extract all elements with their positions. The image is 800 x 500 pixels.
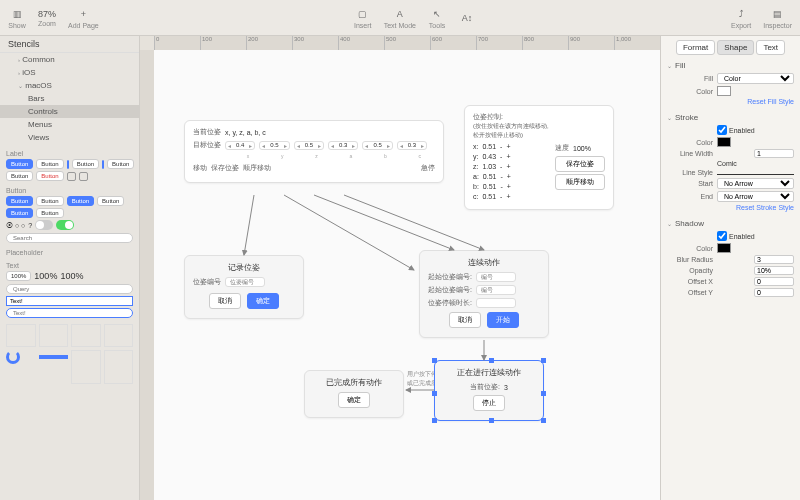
stepper-y[interactable]: ◂0.5▸ [259,141,289,150]
tools-button[interactable]: ↖ Tools [428,7,446,29]
text-icon: A [391,7,409,21]
tree-item-bars[interactable]: Bars [0,92,139,105]
tree-item-controls[interactable]: Controls [0,105,139,118]
seq-move-button[interactable]: 顺序移动 [243,163,271,173]
blur-input[interactable] [754,255,794,264]
cont-cancel-button[interactable]: 取消 [449,312,481,328]
cont-start-button[interactable]: 开始 [487,312,519,328]
palette-text-input[interactable] [6,296,133,306]
tab-text[interactable]: Text [756,40,785,55]
control-panel[interactable]: 位姿控制: (按住按钮在该方向连续移动, 松开按钮停止移动) x:0.51-+ … [464,105,614,210]
stroke-color-swatch[interactable] [717,137,731,147]
stepper-x[interactable]: ◂0.4▸ [225,141,255,150]
palette-query[interactable] [6,284,133,294]
stencils-header: Stencils [0,36,139,53]
reset-stroke-link[interactable]: Reset Stroke Style [667,204,794,211]
zoom-control[interactable]: 87% Zoom [38,9,56,27]
insert-button[interactable]: ▢ Insert [354,7,372,29]
offset-x-input[interactable] [754,277,794,286]
show-button[interactable]: ▥ Show [8,7,26,29]
running-stop-button[interactable]: 停止 [473,395,505,411]
insert-icon: ▢ [354,7,372,21]
inspector-icon: ▤ [769,7,787,21]
running-panel[interactable]: 正在进行连续动作 当前位姿:3 停止 [434,360,544,421]
pose-panel[interactable]: 当前位姿 x, y, z, a, b, c 目标位姿 ◂0.4▸ ◂0.5▸ ◂… [184,120,444,183]
stepper-a[interactable]: ◂0.3▸ [328,141,358,150]
done-panel[interactable]: 已完成所有动作 确定 [304,370,404,418]
tab-format[interactable]: Format [676,40,715,55]
text-style-button[interactable]: A↕ [458,11,476,25]
fill-color-swatch[interactable] [717,86,731,96]
offset-y-input[interactable] [754,288,794,297]
arrow-icon: ↖ [428,7,446,21]
font-icon: A↕ [458,11,476,25]
inspector-panel: Format Shape Text ⌄Fill FillColor Color … [660,36,800,500]
export-button[interactable]: ⤴ Export [731,7,751,29]
stroke-section: ⌄Stroke Enabled Color Line Width Comic L… [667,113,794,211]
tab-shape[interactable]: Shape [717,40,754,55]
tree-item-ios[interactable]: › iOS [0,66,139,79]
record-pose-panel[interactable]: 记录位姿 位姿编号 取消 确定 [184,255,304,319]
ruler-vertical [140,50,154,500]
stepper-b[interactable]: ◂0.5▸ [362,141,392,150]
tree-item-menus[interactable]: Menus [0,118,139,131]
palette-text-search[interactable] [6,308,133,318]
palette-checkbox[interactable] [102,160,104,169]
palette-checkbox[interactable] [67,160,69,169]
palette-button[interactable]: Button [6,159,33,169]
shadow-section: ⌄Shadow Enabled Color Blur Radius Opacit… [667,219,794,297]
export-icon: ⤴ [732,7,750,21]
shadow-color-swatch[interactable] [717,243,731,253]
palette-toggle[interactable] [56,220,74,230]
palette-toggle[interactable] [35,220,53,230]
fill-type-select[interactable]: Color [717,73,794,84]
toolbar: ▥ Show 87% Zoom + Add Page ▢ Insert A Te… [0,0,800,36]
tree-item-views[interactable]: Views [0,131,139,144]
palette: Label Button Button Button Button Button… [0,144,139,396]
shadow-enabled-check[interactable] [717,231,727,241]
opacity-input[interactable] [754,266,794,275]
arrow-start-select[interactable]: No Arrow [717,178,794,189]
inspector-button[interactable]: ▤ Inspector [763,7,792,29]
palette-button[interactable]: Button [36,159,63,169]
reset-fill-link[interactable]: Reset Fill Style [667,98,794,105]
line-width-input[interactable] [754,149,794,158]
record-confirm-button[interactable]: 确定 [247,293,279,309]
palette-search[interactable] [6,233,133,243]
stepper-z[interactable]: ◂0.5▸ [294,141,324,150]
record-cancel-button[interactable]: 取消 [209,293,241,309]
estop-button[interactable]: 急停 [421,163,435,173]
svg-line-2 [314,195,454,250]
save-pose-button[interactable]: 保存位姿 [211,163,239,173]
canvas[interactable]: 当前位姿 x, y, z, a, b, c 目标位姿 ◂0.4▸ ◂0.5▸ ◂… [154,50,660,500]
stroke-enabled-check[interactable] [717,125,727,135]
fill-section: ⌄Fill FillColor Color Reset Fill Style [667,61,794,105]
tree-item-common[interactable]: › Common [0,53,139,66]
canvas-area[interactable]: 0100200 300400500 600700800 9001,000 当前位… [140,36,660,500]
stencils-panel: Stencils › Common › iOS ⌄ macOS Bars Con… [0,36,140,500]
svg-line-0 [244,195,254,255]
ctrl-save-button[interactable]: 保存位姿 [555,156,605,172]
text-mode-button[interactable]: A Text Mode [384,7,416,29]
continuous-panel[interactable]: 连续动作 起始位姿编号: 起始位姿编号: 位姿停顿时长: 取消 开始 [419,250,549,338]
move-button[interactable]: 移动 [193,163,207,173]
arrow-end-select[interactable]: No Arrow [717,191,794,202]
palette-misc [6,324,133,384]
tree-item-macos[interactable]: ⌄ macOS [0,79,139,92]
done-confirm-button[interactable]: 确定 [338,392,370,408]
svg-line-3 [344,195,484,250]
sidebar-icon: ▥ [8,7,26,21]
add-page-button[interactable]: + Add Page [68,7,99,29]
ctrl-seq-button[interactable]: 顺序移动 [555,174,605,190]
stepper-c[interactable]: ◂0.3▸ [397,141,427,150]
line-style-select[interactable] [717,174,794,175]
plus-icon: + [74,7,92,21]
ruler-horizontal: 0100200 300400500 600700800 9001,000 [154,36,660,50]
